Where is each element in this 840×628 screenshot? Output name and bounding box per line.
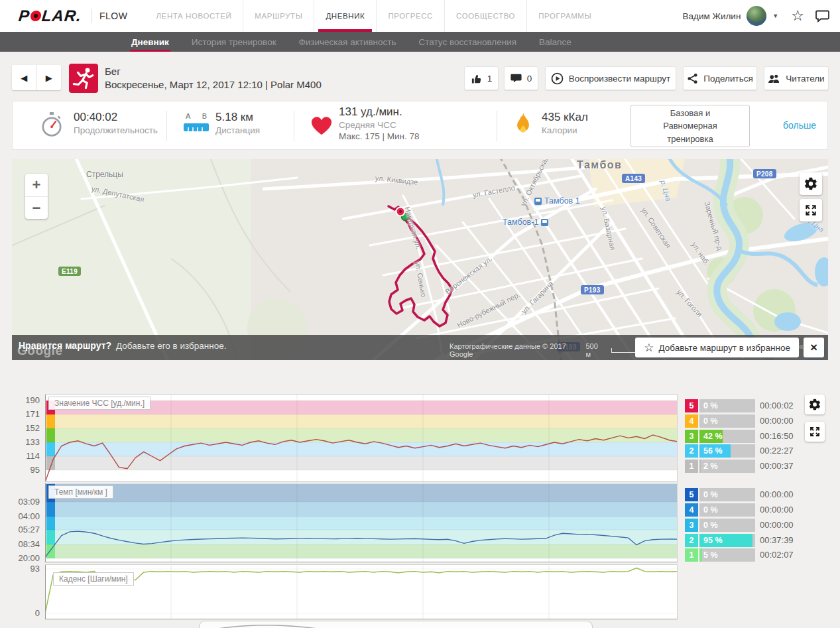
comment-button[interactable]: 0	[504, 66, 538, 90]
zone-number: 1	[685, 548, 698, 562]
workout-pager: ◀ ▶	[12, 65, 61, 90]
main-menu-item-лента новостей[interactable]: ЛЕНТА НОВОСТЕЙ	[145, 0, 243, 32]
zone-row: 12 %	[685, 460, 755, 473]
gear-icon	[808, 398, 821, 411]
chevron-down-icon[interactable]: ▼	[772, 13, 778, 19]
flow-wordmark: FLOW	[99, 11, 127, 21]
chart-plot-2: Каденс [Шаги/мин]	[45, 564, 678, 619]
more-link[interactable]: больше	[783, 120, 816, 131]
axis-tick-label: 04:00	[5, 511, 40, 521]
axis-tick-label: 95	[5, 465, 40, 475]
route-map[interactable]: Стрельцыул. Депутатскаяул. Киквидзеул. Г…	[12, 159, 828, 360]
zone-percent-bar: 0 %	[699, 399, 755, 412]
share-label: Поделиться	[703, 74, 753, 84]
distance-b-label: В	[202, 112, 207, 120]
zone-row: 30 %	[685, 519, 755, 532]
main-menu-item-сообщество[interactable]: СООБЩЕСТВО	[445, 0, 527, 32]
zone-percent-bar: 42 %	[699, 430, 755, 443]
favorites-star-icon[interactable]: ☆	[791, 9, 804, 23]
add-route-favorite-button[interactable]: ☆ Добавьте маршрут в избранное	[635, 338, 799, 357]
logo-text-start: P	[18, 7, 31, 25]
avatar[interactable]	[747, 6, 766, 26]
polar-logo[interactable]: PLAR.	[18, 7, 83, 25]
zone-row: 15 %	[685, 548, 755, 562]
map-fullscreen-button[interactable]	[800, 199, 822, 221]
main-menu-item-дневник[interactable]: ДНЕВНИК	[314, 0, 377, 32]
summary-stats-bar: 00:40:02 Продолжительность А В 5.18 км Д…	[12, 101, 828, 150]
subnav-tabs: ДневникИстория тренировокФизическая акти…	[0, 32, 840, 52]
chart-plot-1: Темп [мин/км ]	[45, 483, 678, 562]
banner-subtitle: Добавьте его в избранное.	[116, 341, 227, 351]
polar-logo-o-icon	[30, 11, 42, 21]
subnav-tab-статус восстановления[interactable]: Статус восстановления	[418, 32, 518, 52]
banner-close-button[interactable]: ×	[804, 338, 824, 357]
axis-tick-label: 05:27	[5, 525, 40, 534]
people-icon	[768, 74, 780, 84]
duration-icon	[40, 112, 63, 140]
axis-tick-label: 114	[5, 451, 40, 461]
subnav-tab-физическая активность[interactable]: Физическая активность	[298, 32, 398, 52]
previous-workout-button[interactable]: ◀	[12, 65, 37, 90]
readers-label: Читатели	[786, 74, 824, 84]
expand-icon	[804, 204, 817, 217]
training-benefit-text: Базовая и Равномерная тренировка	[650, 107, 731, 146]
zone-percent-bar: 0 %	[699, 414, 755, 428]
main-menu-item-программы[interactable]: ПРОГРАММЫ	[527, 0, 603, 32]
main-menu-item-прогресс[interactable]: ПРОГРЕСС	[377, 0, 445, 32]
next-workout-button[interactable]: ▶	[37, 65, 62, 90]
heart-rate-minmax: Макс. 175 | Мин. 78	[339, 131, 420, 141]
map-label: Тамбов-1	[503, 218, 548, 227]
axis-tick-label: 93	[5, 564, 40, 574]
zone-number: 3	[685, 519, 698, 532]
readers-button[interactable]: Читатели	[764, 66, 829, 90]
road-badge: Р208	[753, 169, 776, 178]
map-data-credit: Картографические данные © 2017 Google	[450, 342, 577, 358]
zone-number: 5	[685, 399, 698, 412]
main-menu: ЛЕНТА НОВОСТЕЙМАРШРУТЫДНЕВНИКПРОГРЕСССОО…	[145, 0, 603, 32]
zone-row: 50 %	[685, 488, 755, 501]
subnav-tab-balance[interactable]: Balance	[538, 32, 573, 52]
like-button[interactable]: 1	[464, 66, 499, 90]
zone-row: 40 %	[685, 503, 755, 517]
chart-legend: Каденс [Шаги/мин]	[53, 572, 134, 586]
map-zoom-control: + −	[25, 174, 48, 219]
comment-count: 0	[527, 74, 532, 84]
zoom-in-button[interactable]: +	[25, 174, 48, 197]
training-benefit-box[interactable]: Базовая и Равномерная тренировка	[630, 105, 750, 147]
zone-percent-label: 5 %	[703, 548, 718, 562]
zone-row: 295 %	[685, 534, 755, 547]
zone-time: 00:02:07	[760, 548, 819, 562]
share-button[interactable]: Поделиться	[683, 66, 757, 90]
zone-percent-label: 2 %	[703, 460, 718, 473]
next-section-preview	[199, 621, 593, 628]
zone-percent-label: 56 %	[703, 444, 723, 458]
replay-route-button[interactable]: Воспроизвести маршрут	[545, 66, 676, 90]
messages-icon[interactable]	[815, 10, 829, 23]
axis-tick-label: 152	[5, 423, 40, 433]
map-settings-button[interactable]	[800, 172, 822, 195]
expand-icon	[809, 426, 821, 438]
chart-settings-button[interactable]	[805, 395, 825, 414]
zoom-out-button[interactable]: −	[25, 197, 48, 220]
zone-row: 40 %	[685, 414, 755, 428]
heart-rate-value: 131 уд./мин.	[339, 105, 420, 119]
heart-rate-icon	[310, 115, 333, 139]
subnav-tab-дневник[interactable]: Дневник	[130, 32, 170, 52]
transit-icon	[541, 219, 548, 226]
main-menu-item-маршруты[interactable]: МАРШРУТЫ	[243, 0, 314, 32]
zone-percent-bar: 56 %	[699, 444, 755, 458]
gear-icon	[804, 176, 818, 191]
user-name[interactable]: Вадим Жилин	[683, 11, 741, 21]
subnav-tab-история тренировок[interactable]: История тренировок	[190, 32, 278, 52]
map-label: Тамбов	[577, 159, 622, 171]
stats-divider	[166, 111, 167, 141]
map-scale-label: 500 м	[585, 342, 603, 358]
zone-number: 2	[685, 534, 698, 547]
zone-percent-label: 95 %	[703, 534, 723, 547]
chart-fullscreen-button[interactable]	[805, 422, 825, 442]
banner-title: Нравится маршрут?	[19, 340, 111, 351]
play-icon	[551, 72, 564, 85]
calories-value: 435 кКал	[542, 111, 588, 124]
polar-flow-app: PLAR. FLOW ЛЕНТА НОВОСТЕЙМАРШРУТЫДНЕВНИК…	[0, 0, 840, 628]
zone-time: 00:00:00	[760, 519, 819, 532]
